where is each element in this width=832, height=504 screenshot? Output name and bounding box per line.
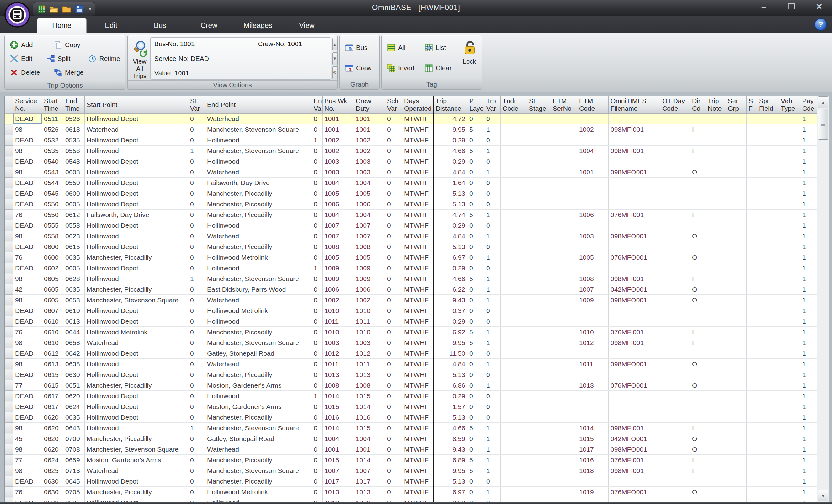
cell[interactable]: 0558: [63, 220, 85, 231]
cell[interactable]: 1015: [577, 433, 608, 444]
cell[interactable]: [501, 252, 527, 263]
cell[interactable]: 0: [312, 188, 322, 199]
cell[interactable]: 1: [485, 327, 501, 338]
cell[interactable]: [551, 369, 577, 380]
cell[interactable]: [660, 476, 690, 487]
cell[interactable]: [747, 220, 757, 231]
cell[interactable]: 0628: [63, 273, 85, 284]
cell[interactable]: [706, 338, 726, 348]
cell[interactable]: [706, 306, 726, 316]
cell[interactable]: 0: [188, 412, 205, 423]
cell[interactable]: Manchester, Piccadilly: [85, 380, 188, 391]
cell[interactable]: [527, 497, 551, 502]
cell[interactable]: 1005: [354, 252, 385, 263]
cell[interactable]: 1: [800, 295, 817, 306]
cell[interactable]: [501, 145, 527, 156]
cell[interactable]: Waterhead: [205, 295, 312, 306]
cell[interactable]: 76: [13, 210, 42, 220]
cell[interactable]: MTWHF: [402, 380, 434, 391]
cell[interactable]: [726, 455, 747, 466]
cell[interactable]: 0632: [42, 497, 63, 502]
cell[interactable]: 0: [385, 359, 402, 369]
tag-invert-button[interactable]: Invert: [385, 64, 421, 73]
cell[interactable]: 1: [485, 359, 501, 369]
cell[interactable]: 5: [467, 338, 485, 348]
cell[interactable]: [551, 284, 577, 295]
cell[interactable]: Hollinwood Depot: [85, 263, 188, 273]
split-button[interactable]: Split: [45, 54, 86, 63]
cell[interactable]: 0: [485, 497, 501, 502]
table-row[interactable]: 9805350558Hollinwood1Manchester, Stevens…: [5, 145, 817, 156]
cell[interactable]: [501, 455, 527, 466]
cell[interactable]: 0: [312, 156, 322, 167]
cell[interactable]: 0: [312, 145, 322, 156]
column-header[interactable]: Crew Duty: [354, 96, 385, 113]
cell[interactable]: [757, 188, 779, 199]
cell[interactable]: [779, 455, 800, 466]
cell[interactable]: MTWHF: [402, 199, 434, 210]
cell[interactable]: Gatley, Stonepail Road: [205, 433, 312, 444]
cell[interactable]: 0: [188, 476, 205, 487]
cell[interactable]: Hollinwood Depot: [85, 369, 188, 380]
cell[interactable]: [757, 433, 779, 444]
cell[interactable]: 1: [485, 167, 501, 178]
cell[interactable]: 1016: [354, 412, 385, 423]
cell[interactable]: 0: [385, 284, 402, 295]
cell[interactable]: 0: [467, 359, 485, 369]
cell[interactable]: 1010: [577, 327, 608, 338]
help-button[interactable]: ?: [814, 18, 827, 31]
cell[interactable]: 0: [385, 391, 402, 401]
cell[interactable]: 6.22: [434, 284, 467, 295]
cell[interactable]: 0610: [42, 316, 63, 327]
cell[interactable]: Manchester, Piccadilly: [205, 210, 312, 220]
cell[interactable]: 0: [385, 167, 402, 178]
cell[interactable]: 0.37: [434, 306, 467, 316]
cell[interactable]: [747, 284, 757, 295]
cell[interactable]: [690, 401, 706, 412]
cell[interactable]: [660, 338, 690, 348]
cell[interactable]: 77: [13, 380, 42, 391]
column-header[interactable]: P Layo: [467, 96, 485, 113]
cell[interactable]: [726, 487, 747, 497]
cell[interactable]: 1016: [577, 455, 608, 466]
cell[interactable]: 1002: [354, 145, 385, 156]
cell[interactable]: [660, 423, 690, 433]
cell[interactable]: [726, 497, 747, 502]
cell[interactable]: Manchester, Stevenson Square: [85, 444, 188, 455]
table-row[interactable]: 9806100658Waterhead0Manchester, Stevenso…: [5, 338, 817, 348]
cell[interactable]: [757, 391, 779, 401]
table-row[interactable]: DEAD06170620Hollinwood Depot0Hollinwood1…: [5, 391, 817, 401]
cell[interactable]: DEAD: [13, 156, 42, 167]
cell[interactable]: [747, 338, 757, 348]
cell[interactable]: 4.74: [434, 210, 467, 220]
cell[interactable]: 0: [188, 135, 205, 145]
cell[interactable]: [551, 188, 577, 199]
cell[interactable]: 1001: [354, 113, 385, 124]
row-selector[interactable]: [5, 231, 13, 241]
cell[interactable]: 1014: [354, 401, 385, 412]
column-header[interactable]: ETM Code: [577, 96, 608, 113]
cell[interactable]: 0: [385, 433, 402, 444]
cell[interactable]: 0642: [63, 348, 85, 359]
cell[interactable]: [779, 252, 800, 263]
cell[interactable]: [551, 220, 577, 231]
cell[interactable]: [660, 433, 690, 444]
cell[interactable]: 0: [385, 113, 402, 124]
cell[interactable]: [527, 455, 551, 466]
cell[interactable]: MTWHF: [402, 113, 434, 124]
cell[interactable]: Hollinwood Depot: [85, 135, 188, 145]
cell[interactable]: 0: [467, 401, 485, 412]
cell[interactable]: 0: [385, 401, 402, 412]
cell[interactable]: MTWHF: [402, 124, 434, 135]
cell[interactable]: 0: [312, 295, 322, 306]
cell[interactable]: [706, 178, 726, 188]
cell[interactable]: [757, 231, 779, 241]
cell[interactable]: 0: [385, 220, 402, 231]
cell[interactable]: 0: [385, 231, 402, 241]
cell[interactable]: Hollinwood Depot: [85, 316, 188, 327]
cell[interactable]: [779, 487, 800, 497]
column-header[interactable]: Bus Wk. No.: [322, 96, 354, 113]
cell[interactable]: 0: [485, 412, 501, 423]
cell[interactable]: [726, 178, 747, 188]
cell[interactable]: [706, 476, 726, 487]
